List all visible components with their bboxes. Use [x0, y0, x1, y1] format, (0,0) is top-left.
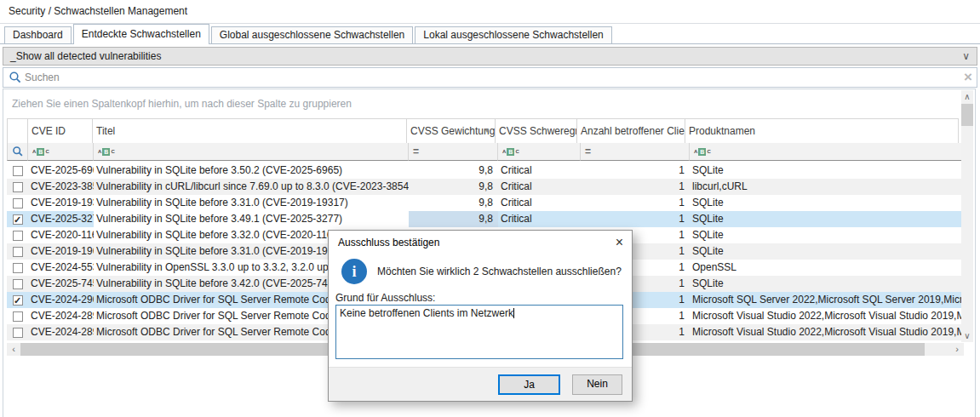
cell-cve-id: CVE-2024-29043 — [28, 292, 94, 308]
cell-product-names: SQLite — [690, 227, 964, 243]
vulnerability-management-window: Security / Schwachstellen Management Das… — [0, 0, 980, 417]
header-titel[interactable]: Titel — [92, 118, 407, 144]
sort-desc-icon: ▼ — [484, 119, 490, 143]
cell-cve-id: CVE-2025-7458 — [28, 276, 94, 292]
cell-cve-id: CVE-2024-5535 — [28, 260, 94, 276]
filter-titel[interactable]: ABC — [94, 143, 409, 161]
cell-cve-id: CVE-2024-28930 — [28, 308, 94, 324]
cell-cvss-severity: Critical — [498, 195, 581, 211]
group-by-hint: Ziehen Sie einen Spaltenkopf hierhin, um… — [12, 98, 352, 110]
table-row[interactable]: CVE-2023-38545Vulnerability in cURL/libc… — [7, 179, 964, 195]
filter-produktnamen[interactable]: ABC — [690, 143, 964, 161]
cell-cvss-severity: Critical — [498, 211, 581, 227]
cell-cvss-severity: Critical — [498, 163, 581, 179]
row-checkbox[interactable] — [7, 308, 28, 324]
filter-anzahl-clients[interactable]: = — [581, 143, 690, 161]
cell-titel: Vulnerability in cURL/libcurl since 7.69… — [94, 179, 409, 195]
reason-textarea[interactable]: Keine betroffenen Clients im Netzwerk — [335, 305, 623, 359]
scroll-up-icon[interactable]: ∧ — [961, 90, 973, 103]
row-checkbox[interactable] — [7, 179, 28, 195]
header-anzahl-clients[interactable]: Anzahl betroffener Clients — [576, 118, 685, 144]
cell-cve-id: CVE-2025-6965 — [28, 163, 94, 179]
cell-product-names: Microsoft SQL Server 2022,Microsoft SQL … — [690, 292, 964, 308]
cell-product-names: libcurl,cURL — [690, 179, 964, 195]
row-checkbox[interactable] — [7, 324, 28, 340]
search-input[interactable]: Suchen × — [3, 67, 977, 88]
cell-cve-id: CVE-2020-11656 — [28, 227, 94, 243]
cell-cve-id: CVE-2025-3277 — [28, 211, 94, 227]
row-checkbox[interactable] — [7, 260, 28, 276]
abc-filter-icon: ABC — [32, 143, 49, 160]
header-produktnamen[interactable]: Produktnamen — [685, 118, 959, 144]
scroll-right-icon[interactable]: › — [950, 343, 964, 356]
equals-filter-icon: = — [585, 146, 591, 157]
cell-product-names: Microsoft Visual Studio 2022,Microsoft V… — [690, 324, 964, 340]
cell-cve-id: CVE-2019-19646 — [28, 243, 94, 260]
cell-titel: Vulnerability in SQLite before 3.49.1 (C… — [94, 211, 409, 227]
cell-cvss-score: 9,8 — [409, 179, 498, 195]
dialog-title: Ausschluss bestätigen — [338, 237, 439, 248]
row-checkbox[interactable]: ✓ — [7, 211, 28, 227]
abc-filter-icon: ABC — [694, 143, 711, 160]
abc-filter-icon: ABC — [98, 143, 115, 160]
table-row[interactable]: ✓CVE-2025-3277Vulnerability in SQLite be… — [7, 211, 964, 227]
cell-product-names: SQLite — [690, 243, 964, 260]
info-icon: i — [341, 259, 367, 284]
header-cvss-schweregrad[interactable]: CVSS Schweregrad — [495, 118, 577, 144]
view-filter-dropdown[interactable]: _Show all detected vulnerabilities ∨ — [3, 47, 977, 66]
cell-affected-clients: 1 — [581, 179, 690, 195]
text-caret — [513, 308, 514, 318]
cell-cvss-severity: Critical — [498, 179, 581, 195]
cell-affected-clients: 1 — [581, 163, 690, 179]
no-button[interactable]: Nein — [572, 374, 622, 395]
vertical-scrollbar-thumb[interactable] — [961, 104, 973, 126]
clear-search-icon[interactable]: × — [964, 68, 972, 87]
search-placeholder: Suchen — [25, 71, 60, 83]
tab-lokal-ausgeschlossene[interactable]: Lokal ausgeschlossene Schwachstellen — [415, 26, 611, 43]
cell-cve-id: CVE-2023-38545 — [28, 179, 94, 195]
equals-filter-icon: = — [413, 146, 419, 157]
vertical-scrollbar[interactable]: ∧ ∨ — [961, 90, 973, 342]
cell-affected-clients: 1 — [581, 211, 690, 227]
filter-cvss-gewichtung[interactable]: = — [409, 143, 498, 161]
grid-header-row: CVE ID Titel CVSS Gewichtung ▼ CVSS Schw… — [7, 118, 959, 144]
scroll-left-icon[interactable]: ‹ — [7, 343, 20, 356]
row-checkbox[interactable] — [7, 163, 28, 179]
row-checkbox[interactable] — [7, 227, 28, 243]
scroll-down-icon[interactable]: ∨ — [961, 329, 973, 342]
row-checkbox[interactable] — [7, 243, 28, 260]
cell-product-names: SQLite — [690, 211, 964, 227]
horizontal-scrollbar-track[interactable] — [925, 343, 950, 356]
yes-button[interactable]: Ja — [498, 374, 560, 395]
table-row[interactable]: CVE-2025-6965Vulnerability in SQLite bef… — [7, 163, 964, 179]
header-cvss-gewichtung-label: CVSS Gewichtung — [410, 125, 495, 137]
cell-cvss-score: 9,8 — [409, 211, 498, 227]
row-checkbox[interactable] — [7, 195, 28, 211]
abc-filter-icon: ABC — [502, 143, 519, 160]
filter-cvss-schweregrad[interactable]: ABC — [498, 143, 581, 161]
header-checkbox-column[interactable] — [7, 118, 28, 144]
cell-product-names: SQLite — [690, 195, 964, 211]
search-icon — [9, 71, 22, 84]
row-checkbox[interactable] — [7, 276, 28, 292]
tab-strip: Dashboard Entdeckte Schwachstellen Globa… — [0, 23, 980, 44]
close-icon[interactable]: × — [616, 232, 623, 253]
cell-cve-id: CVE-2024-28933 — [28, 324, 94, 340]
view-filter-value: _Show all detected vulnerabilities — [10, 48, 161, 65]
table-row[interactable]: CVE-2019-19317Vulnerability in SQLite be… — [7, 195, 964, 211]
cell-product-names: SQLite — [690, 163, 964, 179]
tab-entdeckte-schwachstellen[interactable]: Entdeckte Schwachstellen — [73, 24, 209, 44]
filter-cve-id[interactable]: ABC — [28, 143, 94, 161]
tab-dashboard[interactable]: Dashboard — [4, 26, 72, 43]
row-checkbox[interactable]: ✓ — [7, 292, 28, 308]
reason-label: Grund für Ausschluss: — [335, 292, 435, 304]
chevron-down-icon: ∨ — [962, 48, 970, 65]
reason-text: Keine betroffenen Clients im Netzwerk — [340, 307, 513, 319]
filter-search-cell[interactable] — [7, 143, 28, 161]
tab-global-ausgeschlossene[interactable]: Global ausgeschlossene Schwachstellen — [211, 26, 413, 43]
cell-product-names: Microsoft Visual Studio 2022,Microsoft V… — [690, 308, 964, 324]
search-icon — [12, 146, 24, 157]
cell-product-names: OpenSSL — [690, 260, 964, 276]
header-cve-id[interactable]: CVE ID — [27, 118, 93, 144]
header-cvss-gewichtung[interactable]: CVSS Gewichtung ▼ — [406, 118, 496, 144]
